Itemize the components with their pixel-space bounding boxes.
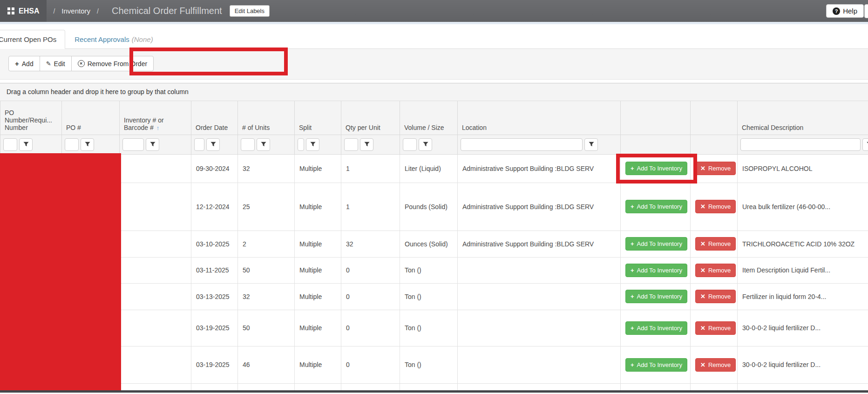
filter-funnel-button[interactable] [306, 138, 319, 151]
cell-chemical-description: TRICHLOROACETIC ACID 10% 32OZ [738, 231, 868, 257]
filter-input-volume-size[interactable] [403, 138, 417, 151]
cell-split: Multiple [295, 310, 341, 346]
remove-button[interactable]: ✕Remove [695, 162, 736, 175]
cell-qty-per-unit: 32 [341, 231, 400, 257]
column-header-units[interactable]: # of Units [238, 101, 295, 135]
cell-volume-size: Pounds (Solid) [400, 183, 458, 231]
table-row: 03-10-2025 2 Multiple 32 Ounces (Solid) … [0, 231, 868, 257]
filter-input-location[interactable] [461, 138, 583, 151]
x-icon: ✕ [700, 361, 705, 368]
filter-funnel-button[interactable] [419, 138, 432, 151]
funnel-icon [867, 142, 868, 147]
funnel-icon [150, 142, 156, 147]
cell-po-number [0, 283, 62, 310]
filter-funnel-button[interactable] [360, 138, 373, 151]
filter-input-po-number[interactable] [3, 138, 17, 151]
column-header-chemical-description[interactable]: Chemical Description [738, 101, 868, 135]
cell-split: Multiple [295, 154, 341, 183]
column-header-location[interactable]: Location [458, 101, 621, 135]
cell-po-number [0, 346, 62, 383]
tab-current-open-pos[interactable]: Current Open POs [0, 30, 65, 49]
remove-button[interactable]: ✕Remove [695, 358, 736, 372]
add-to-inventory-button[interactable]: +Add To Inventory [625, 358, 687, 372]
cell-units: 50 [238, 257, 295, 283]
cut-off-button[interactable] [864, 4, 868, 18]
plus-icon: + [631, 325, 634, 332]
plus-icon: + [631, 240, 634, 247]
cell-inventory-barcode [120, 183, 191, 231]
filter-input-chemical-description[interactable] [740, 138, 861, 151]
filter-funnel-button[interactable] [862, 138, 868, 151]
filter-funnel-button[interactable] [257, 138, 270, 151]
filter-input-units[interactable] [241, 138, 255, 151]
filter-funnel-button[interactable] [19, 138, 33, 151]
cell-order-date: 03-10-2025 [191, 231, 238, 257]
add-to-inventory-button[interactable]: +Add To Inventory [625, 264, 687, 277]
cell-inventory-barcode [120, 257, 191, 283]
cell-units: 2 [238, 231, 295, 257]
tab-recent-approvals[interactable]: Recent Approvals(None) [65, 30, 162, 48]
remove-button[interactable]: ✕Remove [695, 290, 736, 303]
cell-volume-size: Liter (Liquid) [400, 154, 458, 183]
group-by-bar[interactable]: Drag a column header and drop it here to… [0, 83, 868, 101]
breadcrumb-inventory[interactable]: Inventory [61, 7, 90, 15]
cell-chemical-description: Urea bulk fertilizer (46-00-00... [738, 183, 868, 231]
add-to-inventory-button[interactable]: +Add To Inventory [625, 321, 687, 335]
add-to-inventory-button[interactable]: +Add To Inventory [625, 237, 687, 251]
filter-input-split[interactable] [298, 138, 304, 151]
remove-button[interactable]: ✕Remove [695, 321, 736, 335]
cell-location: Administrative Support Building :BLDG SE… [458, 183, 621, 231]
cell-inventory-barcode [120, 310, 191, 346]
table-row: 03-11-2025 50 Multiple 0 Ton () +Add To … [0, 257, 868, 283]
filter-input-po[interactable] [65, 138, 79, 151]
table-row: 03-13-2025 32 Multiple 0 Ton () +Add To … [0, 283, 868, 310]
column-header-split[interactable]: Split [295, 101, 341, 135]
filter-funnel-button[interactable] [81, 138, 94, 151]
column-header-inventory-barcode[interactable]: Inventory # or Barcode #↑ [120, 101, 191, 135]
cell-qty-per-unit: 0 [341, 283, 400, 310]
table-row: 03-19-2025 50 Multiple 0 Ton () +Add To … [0, 310, 868, 346]
cell-chemical-description: ISOPROPYL ALCOHOL [738, 154, 868, 183]
filter-input-inventory-barcode[interactable] [122, 138, 144, 151]
breadcrumb-separator: / [97, 7, 99, 15]
filter-input-qty-per-unit[interactable] [344, 138, 358, 151]
cell-order-date: 09-30-2024 [191, 154, 238, 183]
edit-labels-button[interactable]: Edit Labels [230, 5, 270, 17]
orders-table: PO Number/Requi... Number PO # Inventory… [0, 101, 868, 391]
remove-from-order-button[interactable]: ✕ Remove From Order [71, 56, 154, 71]
add-to-inventory-button[interactable]: +Add To Inventory [625, 290, 687, 303]
table-row: 03-19-2025 46 Multiple 0 Ton () +Add To … [0, 346, 868, 383]
cell-split: Multiple [295, 346, 341, 383]
top-bar: EHSA / Inventory / Chemical Order Fulfil… [0, 0, 868, 22]
remove-button[interactable]: ✕Remove [695, 264, 736, 277]
add-to-inventory-button[interactable]: +Add To Inventory [625, 200, 687, 213]
cell-inventory-barcode [120, 154, 191, 183]
cell-chemical-description: Item Description Liquid Fertil... [738, 257, 868, 283]
cell-units: 46 [238, 346, 295, 383]
column-header-volume-size[interactable]: Volume / Size [400, 101, 458, 135]
cell-qty-per-unit: 1 [341, 183, 400, 231]
toolbar-button-group: + Add ✎ Edit ✕ Remove From Order [8, 56, 154, 71]
filter-funnel-button[interactable] [584, 138, 598, 151]
cell-po-number [0, 154, 62, 183]
filter-input-order-date[interactable] [194, 138, 204, 151]
column-header-order-date[interactable]: Order Date [191, 101, 238, 135]
app-logo[interactable]: EHSA [0, 0, 47, 22]
filter-funnel-button[interactable] [146, 138, 159, 151]
add-to-inventory-button[interactable]: +Add To Inventory [625, 162, 687, 175]
add-button[interactable]: + Add [8, 56, 40, 71]
cell-po-number [0, 310, 62, 346]
remove-button[interactable]: ✕Remove [695, 200, 736, 213]
x-icon: ✕ [700, 267, 705, 274]
column-header-qty-per-unit[interactable]: Qty per Unit [341, 101, 400, 135]
column-header-add [621, 101, 691, 135]
remove-button[interactable]: ✕Remove [695, 237, 736, 251]
edit-button[interactable]: ✎ Edit [40, 56, 72, 71]
cell-units: 32 [238, 154, 295, 183]
x-icon: ✕ [700, 240, 705, 247]
filter-funnel-button[interactable] [206, 138, 220, 151]
funnel-icon [210, 142, 216, 147]
column-header-po-number[interactable]: PO Number/Requi... Number [0, 101, 62, 135]
help-button[interactable]: ? Help [826, 4, 864, 18]
column-header-po[interactable]: PO # [62, 101, 120, 135]
